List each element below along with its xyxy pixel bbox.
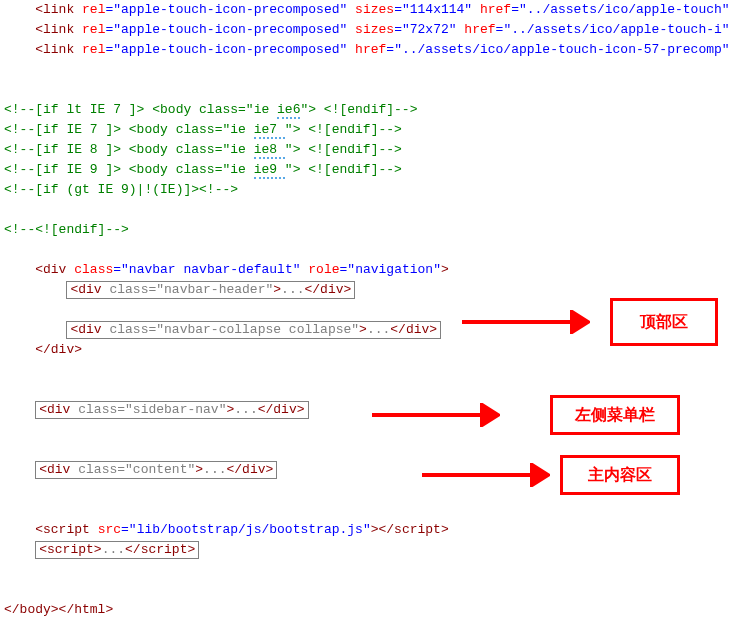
folded-code-region[interactable]: <div class="content">...</div> (35, 461, 277, 479)
folded-code-region[interactable]: <script>...</script> (35, 541, 199, 559)
code-editor-viewport: <link rel="apple-touch-icon-precomposed"… (0, 0, 732, 628)
folded-code-region[interactable]: <div class="sidebar-nav">...</div> (35, 401, 308, 419)
html-source-code: <link rel="apple-touch-icon-precomposed"… (0, 0, 732, 620)
folded-code-region[interactable]: <div class="navbar-collapse collapse">..… (66, 321, 441, 339)
folded-code-region[interactable]: <div class="navbar-header">...</div> (66, 281, 355, 299)
